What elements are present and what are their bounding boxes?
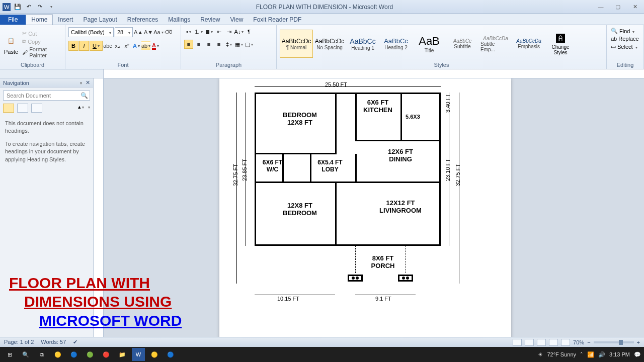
nav-tab-results[interactable] xyxy=(31,104,42,113)
tab-review[interactable]: Review xyxy=(195,15,225,25)
align-right-button[interactable]: ≡ xyxy=(204,40,213,49)
font-size-combo[interactable]: 28 xyxy=(115,27,133,37)
style-emphasis[interactable]: AaBbCcDaEmphasis xyxy=(512,30,545,58)
style-subtitle[interactable]: AaBbCcSubtitle xyxy=(446,30,479,58)
view-outline[interactable] xyxy=(549,339,558,346)
sort-button[interactable]: A↓ xyxy=(234,27,244,36)
search-icon[interactable]: 🔍 xyxy=(80,92,88,99)
chrome-icon[interactable]: 🟡 xyxy=(51,348,64,361)
weather-text[interactable]: 72°F Sunny xyxy=(547,351,576,357)
view-print-layout[interactable] xyxy=(513,339,522,346)
decrease-indent-button[interactable]: ⇤ xyxy=(214,27,223,36)
status-page[interactable]: Page: 1 of 2 xyxy=(4,339,34,345)
task-view-icon[interactable]: ⧉ xyxy=(35,348,48,361)
tab-mailings[interactable]: Mailings xyxy=(163,15,195,25)
chrome-icon-4[interactable]: 🔴 xyxy=(100,348,113,361)
save-icon[interactable]: 💾 xyxy=(13,3,22,12)
nav-tab-headings[interactable] xyxy=(3,104,14,113)
tray-chevron-icon[interactable]: ˄ xyxy=(580,351,583,358)
start-button[interactable]: ⊞ xyxy=(3,348,16,361)
zoom-out-button[interactable]: − xyxy=(587,339,590,345)
style--normal[interactable]: AaBbCcDc¶ Normal xyxy=(280,30,313,58)
align-left-button[interactable]: ≡ xyxy=(184,40,193,49)
style-no-spacing[interactable]: AaBbCcDcNo Spacing xyxy=(313,30,346,58)
format-painter-button[interactable]: 🖌Format Painter xyxy=(21,46,62,59)
numbering-button[interactable]: 1. xyxy=(194,27,203,36)
change-styles-button[interactable]: 🅰 Change Styles xyxy=(547,33,574,56)
view-full-screen[interactable] xyxy=(525,339,534,346)
style-subtle-emp-[interactable]: AaBbCcDaSubtle Emp... xyxy=(479,30,512,58)
find-button[interactable]: 🔍Find xyxy=(610,27,635,35)
italic-button[interactable]: I xyxy=(79,41,89,51)
replace-button[interactable]: abReplace xyxy=(610,35,640,42)
horizontal-ruler[interactable] xyxy=(104,69,644,78)
nav-dropdown-icon[interactable] xyxy=(79,79,82,85)
cut-button[interactable]: ✂Cut xyxy=(21,30,62,37)
qat-dropdown-icon[interactable] xyxy=(46,3,55,12)
notifications-icon[interactable]: 💬 xyxy=(634,351,641,358)
font-name-combo[interactable]: Calibri (Body) xyxy=(68,27,114,37)
grow-font-button[interactable]: A▲ xyxy=(134,28,143,37)
chrome-icon-3[interactable]: 🟢 xyxy=(84,348,97,361)
nav-down-icon[interactable] xyxy=(87,104,90,113)
style-heading-1[interactable]: AaBbCcHeading 1 xyxy=(346,30,379,58)
bullets-button[interactable]: • xyxy=(184,27,193,36)
volume-icon[interactable]: 🔊 xyxy=(598,351,605,358)
font-color-button[interactable]: A xyxy=(151,41,160,50)
superscript-button[interactable]: x² xyxy=(122,41,131,50)
zoom-in-button[interactable]: + xyxy=(637,339,640,345)
zoom-label[interactable]: 70% xyxy=(573,339,584,345)
chrome-icon-2[interactable]: 🔵 xyxy=(67,348,80,361)
chrome-icon-6[interactable]: 🔵 xyxy=(164,348,177,361)
copy-button[interactable]: ⧉Copy xyxy=(21,38,62,45)
highlight-button[interactable]: ab xyxy=(141,41,150,50)
view-draft[interactable] xyxy=(561,339,570,346)
style-title[interactable]: AaBTitle xyxy=(413,30,446,58)
select-button[interactable]: ▭Select xyxy=(610,43,638,50)
style-heading-2[interactable]: AaBbCcHeading 2 xyxy=(379,30,413,58)
minimize-button[interactable]: — xyxy=(594,2,608,12)
bold-button[interactable]: B xyxy=(68,41,78,51)
borders-button[interactable]: ▢ xyxy=(245,40,254,49)
redo-icon[interactable]: ↷ xyxy=(35,3,44,12)
tab-references[interactable]: References xyxy=(122,15,163,25)
nav-up-icon[interactable]: ▴ xyxy=(78,104,84,113)
network-icon[interactable]: 📶 xyxy=(587,351,594,358)
tab-foxit[interactable]: Foxit Reader PDF xyxy=(248,15,306,25)
weather-icon[interactable]: ☀ xyxy=(538,351,543,358)
strikethrough-button[interactable]: abc xyxy=(103,41,112,50)
nav-tab-pages[interactable] xyxy=(17,104,28,113)
file-tab[interactable]: File xyxy=(0,15,26,25)
justify-button[interactable]: ≡ xyxy=(214,40,223,49)
text-effects-button[interactable]: A xyxy=(132,41,141,50)
line-spacing-button[interactable]: ‡ xyxy=(224,40,233,49)
status-words[interactable]: Words: 57 xyxy=(41,339,66,345)
search-taskbar-icon[interactable]: 🔍 xyxy=(19,348,32,361)
underline-button[interactable]: U xyxy=(90,41,103,51)
explorer-icon[interactable]: 📁 xyxy=(116,348,129,361)
tab-page-layout[interactable]: Page Layout xyxy=(78,15,122,25)
nav-close-icon[interactable]: ✕ xyxy=(86,79,90,85)
chrome-icon-5[interactable]: 🟡 xyxy=(148,348,161,361)
shrink-font-button[interactable]: A▼ xyxy=(144,28,153,37)
change-case-button[interactable]: Aa xyxy=(154,28,163,37)
subscript-button[interactable]: x₂ xyxy=(113,41,122,50)
tab-home[interactable]: Home xyxy=(26,14,53,25)
multilevel-button[interactable]: ≣ xyxy=(204,27,213,36)
maximize-button[interactable]: ▢ xyxy=(611,2,625,12)
close-button[interactable]: ✕ xyxy=(628,2,642,12)
spell-check-icon[interactable]: ✔ xyxy=(73,339,77,345)
clear-formatting-button[interactable]: ⌫ xyxy=(164,28,173,37)
show-marks-button[interactable]: ¶ xyxy=(245,27,254,36)
tab-insert[interactable]: Insert xyxy=(53,15,78,25)
word-taskbar-icon[interactable]: W xyxy=(132,348,145,361)
clock[interactable]: 3:13 PM xyxy=(609,351,630,357)
view-web[interactable] xyxy=(537,339,546,346)
zoom-slider[interactable] xyxy=(594,341,634,343)
align-center-button[interactable]: ≡ xyxy=(194,40,203,49)
increase-indent-button[interactable]: ⇥ xyxy=(224,27,233,36)
tab-view[interactable]: View xyxy=(225,15,249,25)
paste-button[interactable]: 📋 Paste xyxy=(3,33,19,56)
undo-icon[interactable]: ↶ xyxy=(24,3,33,12)
shading-button[interactable]: ▦ xyxy=(234,40,244,49)
